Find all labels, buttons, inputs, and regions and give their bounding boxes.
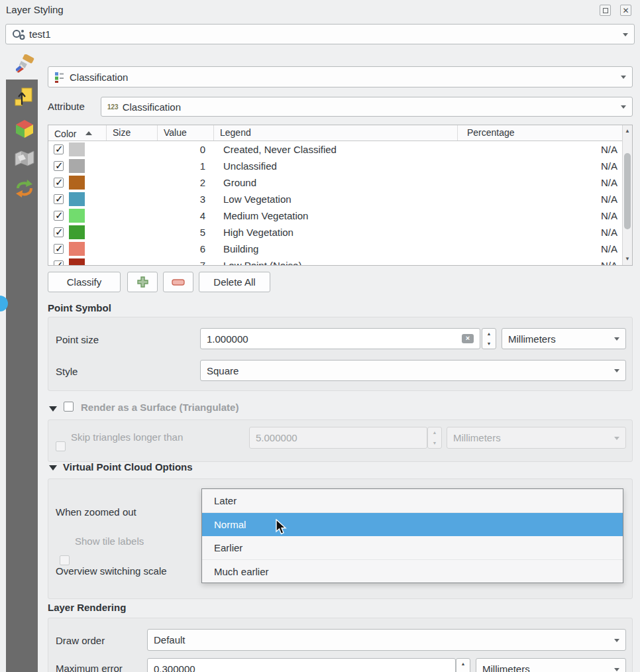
cell-percentage: N/A <box>458 144 622 155</box>
table-row[interactable]: 6 Building N/A <box>48 241 622 257</box>
chevron-down-icon <box>614 369 619 372</box>
table-row[interactable]: 7 Low Point (Noise) N/A <box>48 257 622 266</box>
vpc-options-heading: Virtual Point Cloud Options <box>63 461 193 473</box>
spin-down-icon[interactable]: ▼ <box>482 339 496 349</box>
color-swatch[interactable] <box>69 258 85 266</box>
render-surface-checkbox[interactable] <box>64 402 74 412</box>
row-visibility-checkbox[interactable] <box>54 144 64 154</box>
cell-percentage: N/A <box>458 260 622 266</box>
draw-order-label: Draw order <box>56 635 105 646</box>
show-tile-labels-checkbox[interactable] <box>60 555 70 565</box>
clear-field-icon[interactable]: × <box>462 334 474 343</box>
table-scrollbar[interactable]: ▲ ▼ <box>622 125 632 265</box>
maximum-error-input[interactable]: 0.300000 <box>147 658 456 672</box>
row-visibility-checkbox[interactable] <box>54 211 64 221</box>
spin-up-icon[interactable]: ▲ <box>456 659 470 669</box>
attribute-select-value: Classification <box>123 101 181 113</box>
table-row[interactable]: 0 Created, Never Classified N/A <box>48 141 622 158</box>
table-row[interactable]: 2 Ground N/A <box>48 174 622 191</box>
scroll-down-icon[interactable]: ▼ <box>623 254 632 264</box>
color-swatch[interactable] <box>69 209 85 223</box>
scroll-up-icon[interactable]: ▲ <box>623 127 632 136</box>
collapse-triangle-icon[interactable] <box>49 465 57 471</box>
table-row[interactable]: 1 Unclassified N/A <box>48 158 622 174</box>
minus-icon <box>172 279 185 286</box>
cell-percentage: N/A <box>458 160 622 172</box>
cell-percentage: N/A <box>458 243 622 254</box>
dropdown-option[interactable]: Later <box>202 489 623 513</box>
chevron-down-icon <box>614 437 619 440</box>
classify-button[interactable]: Classify <box>48 272 121 292</box>
dropdown-option[interactable]: Normal <box>202 513 623 537</box>
column-header-size[interactable]: Size <box>107 125 158 140</box>
skip-triangles-checkbox[interactable] <box>56 441 66 451</box>
table-row[interactable]: 3 Low Vegetation N/A <box>48 191 622 207</box>
tab-elevation[interactable] <box>14 86 35 107</box>
cell-legend: Unclassified <box>214 160 458 172</box>
attribute-select[interactable]: 123 Classification <box>101 97 633 117</box>
row-visibility-checkbox[interactable] <box>54 194 64 204</box>
cell-value: 7 <box>158 260 214 266</box>
color-swatch[interactable] <box>69 176 85 190</box>
renderer-select[interactable]: Classification <box>48 66 633 87</box>
tab-3d-view[interactable] <box>14 118 35 139</box>
classification-table: Color Size Value Legend Percentage 0 Cre… <box>48 125 633 266</box>
skip-triangles-unit-select[interactable]: Millimeters <box>447 427 626 449</box>
remove-category-button[interactable] <box>163 272 193 292</box>
tab-history[interactable] <box>14 178 35 199</box>
column-header-value[interactable]: Value <box>158 125 214 140</box>
column-header-color[interactable]: Color <box>48 125 107 140</box>
point-size-spinner[interactable]: ▲ ▼ <box>482 328 496 349</box>
table-row[interactable]: 4 Medium Vegetation N/A <box>48 207 622 224</box>
color-swatch[interactable] <box>69 159 85 173</box>
point-size-unit-select[interactable]: Millimeters <box>502 328 626 349</box>
spin-down-icon[interactable]: ▼ <box>456 669 470 672</box>
chevron-down-icon <box>621 105 626 109</box>
skip-triangles-spinner[interactable]: ▲ ▼ <box>427 427 442 449</box>
chevron-down-icon <box>614 337 619 341</box>
cell-value: 0 <box>158 144 214 155</box>
dropdown-option[interactable]: Much earlier <box>202 560 623 584</box>
row-visibility-checkbox[interactable] <box>54 260 64 266</box>
color-swatch[interactable] <box>69 225 85 239</box>
close-panel-button[interactable]: ✕ <box>620 5 631 16</box>
when-zoomed-out-label: When zoomed out <box>56 506 136 518</box>
layer-selector[interactable]: test1 <box>5 24 635 44</box>
close-icon: ✕ <box>622 7 629 15</box>
column-header-percentage[interactable]: Percentage <box>458 125 622 140</box>
table-row[interactable]: 5 High Vegetation N/A <box>48 224 622 241</box>
row-visibility-checkbox[interactable] <box>54 244 64 254</box>
draw-order-select[interactable]: Default <box>147 629 626 651</box>
row-visibility-checkbox[interactable] <box>54 161 64 171</box>
mouse-cursor <box>275 519 291 536</box>
float-panel-button[interactable] <box>600 5 611 16</box>
chevron-down-icon <box>621 76 626 79</box>
tab-metadata[interactable] <box>14 150 35 171</box>
color-swatch[interactable] <box>69 242 85 256</box>
cell-legend: Low Vegetation <box>214 194 458 205</box>
point-size-input[interactable]: 1.000000 × <box>200 328 480 349</box>
classification-renderer-icon <box>54 71 64 83</box>
color-swatch[interactable] <box>69 192 85 206</box>
maximum-error-unit-select[interactable]: Millimeters <box>476 658 626 672</box>
tab-symbology[interactable] <box>14 54 35 76</box>
attribute-label: Attribute <box>48 101 85 112</box>
row-visibility-checkbox[interactable] <box>54 227 64 237</box>
color-swatch[interactable] <box>69 142 85 156</box>
row-visibility-checkbox[interactable] <box>54 178 64 188</box>
maximum-error-spinner[interactable]: ▲ ▼ <box>456 658 470 672</box>
when-zoomed-out-dropdown-list: Later Normal Earlier Much earlier <box>201 488 623 583</box>
style-select[interactable]: Square <box>200 360 626 381</box>
skip-triangles-input[interactable]: 5.000000 <box>249 427 427 449</box>
point-size-label: Point size <box>56 334 99 345</box>
spin-up-icon[interactable]: ▲ <box>482 329 496 339</box>
dropdown-option[interactable]: Earlier <box>202 536 623 560</box>
add-category-button[interactable] <box>127 272 158 292</box>
integer-field-icon: 123 <box>107 103 119 111</box>
scrollbar-thumb[interactable] <box>624 153 631 229</box>
chevron-down-icon <box>614 639 619 642</box>
collapse-triangle-icon[interactable] <box>49 406 57 412</box>
column-header-legend[interactable]: Legend <box>214 125 458 140</box>
delete-all-button[interactable]: Delete All <box>199 272 270 292</box>
cell-legend: Building <box>214 243 458 254</box>
